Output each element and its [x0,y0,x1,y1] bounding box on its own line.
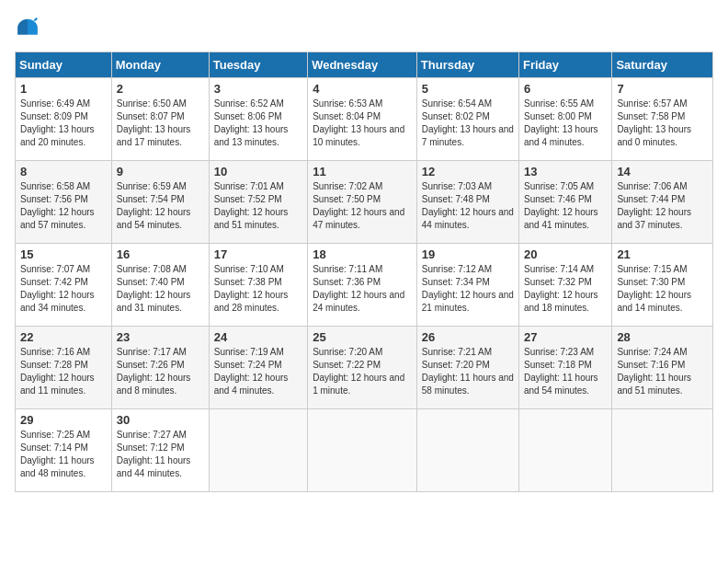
day-info: Sunrise: 7:05 AMSunset: 7:46 PMDaylight:… [524,181,598,230]
day-info: Sunrise: 6:49 AMSunset: 8:09 PMDaylight:… [20,98,95,147]
day-number: 13 [524,165,607,178]
day-info: Sunrise: 6:58 AMSunset: 7:56 PMDaylight:… [20,181,95,230]
day-cell: 10Sunrise: 7:01 AMSunset: 7:52 PMDayligh… [209,161,307,244]
day-cell: 18Sunrise: 7:11 AMSunset: 7:36 PMDayligh… [308,244,417,327]
day-cell: 29Sunrise: 7:25 AMSunset: 7:14 PMDayligh… [16,409,112,492]
day-info: Sunrise: 7:15 AMSunset: 7:30 PMDaylight:… [617,264,691,313]
day-info: Sunrise: 7:02 AMSunset: 7:50 PMDaylight:… [313,181,404,230]
day-number: 27 [524,330,607,344]
day-cell: 23Sunrise: 7:17 AMSunset: 7:26 PMDayligh… [111,327,209,409]
day-cell: 5Sunrise: 6:54 AMSunset: 8:02 PMDaylight… [416,78,518,161]
day-cell: 6Sunrise: 6:55 AMSunset: 8:00 PMDaylight… [518,78,611,161]
day-number: 17 [214,247,302,261]
day-number: 4 [313,82,412,96]
day-cell: 25Sunrise: 7:20 AMSunset: 7:22 PMDayligh… [308,327,417,409]
day-info: Sunrise: 7:27 AMSunset: 7:12 PMDaylight:… [117,430,191,478]
day-number: 2 [117,82,204,96]
day-info: Sunrise: 7:06 AMSunset: 7:44 PMDaylight:… [617,181,691,230]
day-info: Sunrise: 7:14 AMSunset: 7:32 PMDaylight:… [524,264,598,313]
day-cell: 28Sunrise: 7:24 AMSunset: 7:16 PMDayligh… [612,327,713,409]
day-cell: 17Sunrise: 7:10 AMSunset: 7:38 PMDayligh… [209,244,307,327]
week-row: 29Sunrise: 7:25 AMSunset: 7:14 PMDayligh… [16,409,713,492]
day-cell: 2Sunrise: 6:50 AMSunset: 8:07 PMDaylight… [111,78,209,161]
day-number: 18 [313,247,412,261]
empty-cell [308,409,417,492]
day-cell: 27Sunrise: 7:23 AMSunset: 7:18 PMDayligh… [518,327,611,409]
day-number: 16 [117,247,204,261]
day-info: Sunrise: 6:53 AMSunset: 8:04 PMDaylight:… [313,98,404,147]
day-number: 10 [214,165,302,178]
day-info: Sunrise: 7:16 AMSunset: 7:28 PMDaylight:… [20,347,95,396]
day-number: 5 [422,82,514,96]
calendar-table: SundayMondayTuesdayWednesdayThursdayFrid… [15,52,713,492]
day-cell: 15Sunrise: 7:07 AMSunset: 7:42 PMDayligh… [16,244,112,327]
column-header-tuesday: Tuesday [209,52,307,78]
day-info: Sunrise: 7:01 AMSunset: 7:52 PMDaylight:… [214,181,289,230]
day-info: Sunrise: 7:19 AMSunset: 7:24 PMDaylight:… [214,347,289,396]
day-info: Sunrise: 7:07 AMSunset: 7:42 PMDaylight:… [20,264,95,313]
day-number: 1 [20,82,107,96]
day-number: 25 [313,330,412,344]
day-cell: 11Sunrise: 7:02 AMSunset: 7:50 PMDayligh… [308,161,417,244]
empty-cell [612,409,713,492]
week-row: 1Sunrise: 6:49 AMSunset: 8:09 PMDaylight… [16,78,713,161]
column-header-sunday: Sunday [16,52,112,78]
day-cell: 26Sunrise: 7:21 AMSunset: 7:20 PMDayligh… [416,327,518,409]
week-row: 8Sunrise: 6:58 AMSunset: 7:56 PMDaylight… [16,161,713,244]
day-number: 30 [117,413,204,427]
day-number: 20 [524,247,607,261]
day-info: Sunrise: 7:24 AMSunset: 7:16 PMDaylight:… [617,347,691,396]
day-cell: 19Sunrise: 7:12 AMSunset: 7:34 PMDayligh… [416,244,518,327]
calendar-header: SundayMondayTuesdayWednesdayThursdayFrid… [16,52,713,78]
day-info: Sunrise: 7:08 AMSunset: 7:40 PMDaylight:… [117,264,191,313]
day-cell: 16Sunrise: 7:08 AMSunset: 7:40 PMDayligh… [111,244,209,327]
day-number: 9 [117,165,204,178]
day-cell: 7Sunrise: 6:57 AMSunset: 7:58 PMDaylight… [612,78,713,161]
day-number: 15 [20,247,107,261]
column-header-friday: Friday [518,52,611,78]
day-cell: 24Sunrise: 7:19 AMSunset: 7:24 PMDayligh… [209,327,307,409]
day-number: 23 [117,330,204,344]
day-number: 29 [20,413,107,427]
page-header [15,15,713,40]
day-number: 24 [214,330,302,344]
empty-cell [416,409,518,492]
day-number: 12 [422,165,514,178]
day-cell: 8Sunrise: 6:58 AMSunset: 7:56 PMDaylight… [16,161,112,244]
day-info: Sunrise: 6:50 AMSunset: 8:07 PMDaylight:… [117,98,191,147]
day-info: Sunrise: 6:59 AMSunset: 7:54 PMDaylight:… [117,181,191,230]
day-cell: 22Sunrise: 7:16 AMSunset: 7:28 PMDayligh… [16,327,112,409]
day-info: Sunrise: 7:25 AMSunset: 7:14 PMDaylight:… [20,430,95,478]
week-row: 22Sunrise: 7:16 AMSunset: 7:28 PMDayligh… [16,327,713,409]
day-number: 3 [214,82,302,96]
day-cell: 20Sunrise: 7:14 AMSunset: 7:32 PMDayligh… [518,244,611,327]
logo-icon [15,15,40,40]
header-row: SundayMondayTuesdayWednesdayThursdayFrid… [16,52,713,78]
day-number: 14 [617,165,708,178]
column-header-wednesday: Wednesday [308,52,417,78]
day-info: Sunrise: 7:10 AMSunset: 7:38 PMDaylight:… [214,264,289,313]
column-header-saturday: Saturday [612,52,713,78]
column-header-thursday: Thursday [416,52,518,78]
day-info: Sunrise: 6:57 AMSunset: 7:58 PMDaylight:… [617,98,691,147]
day-number: 6 [524,82,607,96]
day-number: 26 [422,330,514,344]
empty-cell [209,409,307,492]
day-cell: 12Sunrise: 7:03 AMSunset: 7:48 PMDayligh… [416,161,518,244]
day-cell: 13Sunrise: 7:05 AMSunset: 7:46 PMDayligh… [518,161,611,244]
day-number: 28 [617,330,708,344]
day-info: Sunrise: 6:55 AMSunset: 8:00 PMDaylight:… [524,98,598,147]
day-number: 7 [617,82,708,96]
day-info: Sunrise: 7:21 AMSunset: 7:20 PMDaylight:… [422,347,514,396]
day-info: Sunrise: 6:52 AMSunset: 8:06 PMDaylight:… [214,98,289,147]
day-info: Sunrise: 6:54 AMSunset: 8:02 PMDaylight:… [422,98,514,147]
day-info: Sunrise: 7:12 AMSunset: 7:34 PMDaylight:… [422,264,514,313]
day-info: Sunrise: 7:17 AMSunset: 7:26 PMDaylight:… [117,347,191,396]
calendar-body: 1Sunrise: 6:49 AMSunset: 8:09 PMDaylight… [16,78,713,492]
day-info: Sunrise: 7:11 AMSunset: 7:36 PMDaylight:… [313,264,404,313]
column-header-monday: Monday [111,52,209,78]
day-cell: 21Sunrise: 7:15 AMSunset: 7:30 PMDayligh… [612,244,713,327]
day-cell: 3Sunrise: 6:52 AMSunset: 8:06 PMDaylight… [209,78,307,161]
day-number: 22 [20,330,107,344]
day-number: 11 [313,165,412,178]
